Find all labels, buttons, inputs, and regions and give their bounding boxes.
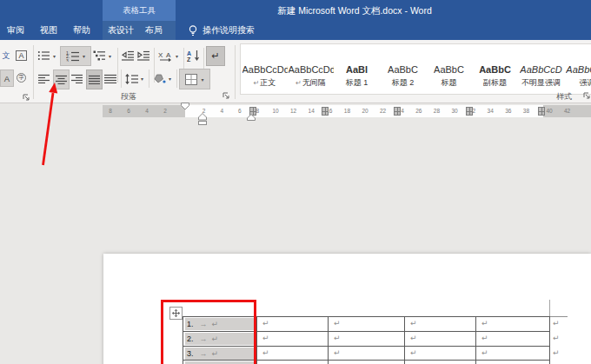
paragraph-mark: ↵ — [257, 319, 269, 328]
ribbon-tab-3[interactable]: 帮助 — [73, 21, 90, 40]
table-cell[interactable]: ↵ — [476, 347, 550, 361]
ruler-number: 40 — [546, 105, 552, 117]
table-cell[interactable]: ↵ — [405, 332, 476, 347]
align-left-button[interactable] — [37, 69, 51, 88]
style-item[interactable]: AaBl标题 1 — [334, 45, 380, 91]
sort-button[interactable]: A Z — [186, 48, 201, 63]
ruler-number: 2 — [163, 105, 167, 117]
style-label: ↵正文 — [254, 77, 276, 89]
enclose-characters-button[interactable]: 字 — [14, 69, 29, 85]
bullets-dropdown[interactable]: ▾ — [50, 48, 58, 63]
style-item[interactable]: AaBbCcDd↵无间隔 — [288, 45, 334, 91]
style-sample: AaBbC — [434, 64, 464, 75]
paragraph-mark: ↵ — [476, 334, 488, 342]
table-cell[interactable]: ↵ — [257, 332, 329, 347]
ruler-column-marker[interactable] — [322, 107, 329, 116]
ruler-column-marker[interactable] — [394, 107, 401, 116]
style-item[interactable]: AaBbC副标题 — [472, 45, 518, 91]
ruler-number: 30 — [451, 105, 457, 117]
style-sample: AaBbC — [388, 64, 418, 75]
table-cell[interactable]: ↵ — [329, 317, 405, 332]
style-item[interactable]: AaBbCcDd↵正文 — [242, 45, 288, 91]
paragraph-group-label: 段落 — [121, 91, 136, 103]
shading-button[interactable] — [152, 69, 166, 88]
row-end-marks: ↵↵↵↵↵↵↵↵ — [553, 317, 560, 364]
styles-group-label: 样式 — [556, 91, 572, 103]
table-cell[interactable]: ↵ — [405, 347, 476, 361]
style-label: ↵无间隔 — [296, 77, 326, 89]
ruler-number: 26 — [415, 105, 422, 117]
ribbon-tab-1[interactable]: 审阅 — [7, 21, 24, 40]
ruler-number: 34 — [488, 105, 494, 117]
ribbon-tab-5[interactable]: 布局 — [145, 21, 163, 40]
table-cell[interactable]: ↵ — [257, 347, 329, 361]
row-end-mark: ↵ — [553, 332, 560, 347]
paragraph-mark: ↵ — [257, 348, 269, 357]
table-cell[interactable]: ↵ — [257, 361, 329, 364]
ribbon-tab-2[interactable]: 视图 — [40, 21, 57, 40]
style-item[interactable]: AaBbC标题 — [426, 45, 472, 91]
table-cell[interactable]: ↵ — [405, 361, 476, 364]
distribute-button[interactable] — [103, 69, 117, 88]
style-item[interactable]: AaBbC标题 2 — [380, 45, 426, 91]
table-move-handle[interactable] — [169, 307, 183, 320]
separator — [117, 48, 118, 83]
row-end-mark: ↵ — [553, 347, 560, 361]
line-spacing-button[interactable] — [124, 69, 138, 88]
ruler-number: 10 — [272, 105, 278, 117]
chevron-down-icon: ▾ — [141, 76, 143, 82]
document-page[interactable]: 1.→↵↵↵↵↵2.→↵↵↵↵↵3.→↵↵↵↵↵4.→↵↵↵↵↵5.→↵↵↵↵↵… — [103, 254, 591, 364]
font-dialog-launcher-icon[interactable] — [23, 94, 30, 102]
ruler-column-marker[interactable] — [538, 107, 545, 116]
show-hide-marks-button[interactable]: ↵ — [206, 46, 225, 66]
ruler-column-marker[interactable] — [249, 107, 256, 116]
row-end-mark: ↵ — [553, 361, 560, 364]
shading-dropdown[interactable]: ▾ — [166, 69, 174, 88]
ruler-column-marker[interactable] — [466, 107, 473, 116]
style-sample: AaBl — [346, 64, 368, 75]
table-cell[interactable]: ↵ — [476, 332, 550, 347]
svg-text:3.: 3. — [66, 58, 70, 63]
styles-dialog-launcher-icon[interactable] — [583, 92, 591, 100]
table-cell[interactable]: ↵ — [405, 317, 476, 332]
multilevel-list-dropdown[interactable]: ▾ — [106, 48, 114, 63]
table-cell[interactable]: ↵ — [329, 332, 405, 347]
style-label: 标题 1 — [346, 77, 369, 89]
line-spacing-dropdown[interactable]: ▾ — [138, 69, 146, 88]
character-border-button[interactable]: A — [14, 48, 29, 63]
numbering-button[interactable]: 1.2.3. ▾ — [60, 46, 91, 66]
ruler[interactable]: 8642246810121416182022242628303234363840… — [0, 105, 591, 117]
row-end-mark: ↵ — [553, 317, 560, 332]
chevron-down-icon: ▾ — [83, 53, 85, 59]
multilevel-list-button[interactable] — [92, 48, 106, 63]
table-cell[interactable]: ↵ — [329, 361, 405, 364]
table-cell[interactable]: ↵ — [476, 361, 550, 364]
move-arrows-icon — [172, 309, 180, 317]
sort-a-glyph: A — [187, 50, 191, 56]
ruler-number: 20 — [362, 105, 368, 117]
paragraph-dialog-launcher-icon[interactable] — [222, 92, 230, 100]
ribbon-tab-4[interactable]: 表设计 — [108, 21, 134, 40]
ruler-number: 38 — [523, 105, 529, 117]
justify-button[interactable] — [86, 69, 103, 89]
character-border-glyph: A — [16, 50, 26, 61]
character-shading-button[interactable]: A — [0, 69, 14, 87]
table-cell[interactable]: ↵ — [476, 317, 550, 332]
table-cell[interactable]: ↵ — [329, 347, 405, 361]
align-right-button[interactable] — [70, 69, 84, 88]
align-center-button[interactable] — [53, 69, 70, 89]
increase-indent-button[interactable] — [136, 48, 150, 63]
ruler-number: 4 — [145, 105, 149, 117]
table-cell[interactable]: ↵ — [257, 317, 329, 332]
bullets-button[interactable] — [37, 48, 50, 63]
style-item[interactable]: AaBbCcD强调 — [564, 45, 591, 91]
asian-layout-dropdown[interactable]: ▾ — [173, 48, 181, 63]
style-item[interactable]: AaBbCcD不明显强调 — [518, 45, 564, 91]
decrease-indent-button[interactable] — [121, 48, 135, 63]
style-sample: AaBbCcDd — [242, 64, 288, 75]
phonetic-guide-button[interactable]: 文 — [0, 48, 12, 63]
asian-layout-button[interactable]: X A — [157, 48, 173, 63]
borders-button[interactable]: ▾ — [179, 69, 210, 89]
tell-me-search[interactable]: 操作说明搜索 — [203, 21, 255, 40]
ruler-margin-left — [103, 105, 185, 117]
